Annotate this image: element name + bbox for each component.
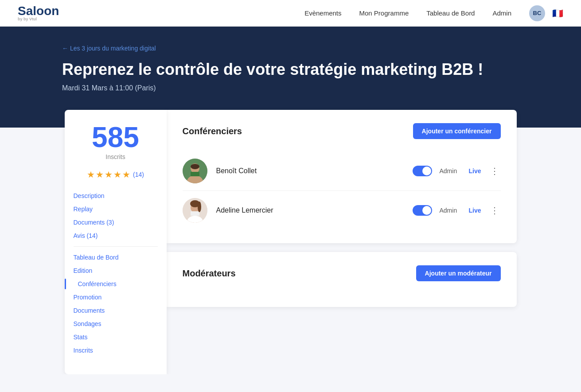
add-conferencier-button[interactable]: Ajouter un conférencier bbox=[413, 123, 501, 139]
svg-point-10 bbox=[198, 202, 201, 212]
inscrit-count: 585 bbox=[74, 123, 158, 151]
sidebar-item-documents2[interactable]: Documents bbox=[74, 305, 158, 316]
logo[interactable]: Saloon by by Vtul bbox=[18, 5, 59, 21]
sidebar-item-tableau[interactable]: Tableau de Bord bbox=[74, 252, 158, 263]
avatar-benoit bbox=[183, 159, 207, 183]
person-name-benoit: Benoît Collet bbox=[216, 167, 413, 175]
language-flag[interactable]: 🇫🇷 bbox=[552, 8, 563, 19]
svg-rect-3 bbox=[191, 172, 199, 176]
live-link-adeline[interactable]: Live bbox=[468, 207, 481, 214]
sidebar-nav-bottom: Tableau de Bord Edition Conférenciers Pr… bbox=[74, 252, 158, 356]
avatar-adeline bbox=[183, 198, 207, 223]
moderateurs-header: Modérateurs Ajouter un modérateur bbox=[183, 265, 501, 281]
star-4: ★ bbox=[113, 169, 121, 180]
sidebar-item-stats[interactable]: Stats bbox=[74, 332, 158, 342]
star-5: ★ bbox=[122, 169, 130, 180]
sidebar-item-avis[interactable]: Avis (14) bbox=[74, 230, 158, 241]
svg-rect-8 bbox=[191, 211, 199, 216]
conferenciers-section: Conférenciers Ajouter un conférencier Be… bbox=[167, 110, 517, 243]
main-nav: Evènements Mon Programme Tableau de Bord… bbox=[304, 9, 511, 17]
live-link-benoit[interactable]: Live bbox=[468, 167, 481, 175]
logo-sub: by by Vtul bbox=[18, 17, 59, 21]
rating-count: (14) bbox=[133, 171, 144, 178]
sidebar-nav-top: Description Replay Documents (3) Avis (1… bbox=[74, 190, 158, 241]
person-name-adeline: Adeline Lemercier bbox=[216, 206, 413, 214]
star-3: ★ bbox=[105, 169, 113, 180]
role-adeline: Admin bbox=[439, 207, 461, 214]
person-actions-benoit: Admin Live ⋮ bbox=[413, 165, 500, 177]
breadcrumb-link[interactable]: Les 3 jours du marketing digital bbox=[62, 45, 156, 52]
add-moderateur-button[interactable]: Ajouter un modérateur bbox=[416, 265, 501, 281]
sidebar-item-sondages[interactable]: Sondages bbox=[74, 318, 158, 329]
header: Saloon by by Vtul Evènements Mon Program… bbox=[0, 0, 581, 27]
page-title: Reprenez le contrôle de votre stratégie … bbox=[62, 60, 519, 79]
moderateurs-title: Modérateurs bbox=[183, 268, 236, 279]
toggle-benoit[interactable] bbox=[413, 166, 432, 176]
moderateurs-section: Modérateurs Ajouter un modérateur bbox=[167, 252, 517, 307]
conferenciers-header: Conférenciers Ajouter un conférencier bbox=[183, 123, 501, 139]
star-1: ★ bbox=[87, 169, 95, 180]
person-row: Adeline Lemercier Admin Live ⋮ bbox=[183, 191, 501, 230]
svg-point-4 bbox=[191, 164, 199, 169]
more-menu-benoit[interactable]: ⋮ bbox=[488, 165, 501, 177]
role-benoit: Admin bbox=[439, 167, 461, 175]
nav-admin[interactable]: Admin bbox=[492, 9, 511, 17]
toggle-adeline[interactable] bbox=[413, 205, 432, 216]
right-panel: Conférenciers Ajouter un conférencier Be… bbox=[167, 110, 517, 374]
header-right: BC 🇫🇷 bbox=[529, 5, 563, 21]
main-content: 585 Inscrits ★ ★ ★ ★ ★ (14) Description … bbox=[47, 110, 534, 374]
sidebar-item-documents[interactable]: Documents (3) bbox=[74, 217, 158, 228]
rating: ★ ★ ★ ★ ★ (14) bbox=[74, 169, 158, 180]
sidebar-item-inscrits[interactable]: Inscrits bbox=[74, 345, 158, 356]
nav-tableau[interactable]: Tableau de Bord bbox=[426, 9, 475, 17]
sidebar-item-conferenciers[interactable]: Conférenciers bbox=[74, 279, 158, 289]
nav-events[interactable]: Evènements bbox=[304, 9, 341, 17]
sidebar: 585 Inscrits ★ ★ ★ ★ ★ (14) Description … bbox=[65, 110, 167, 374]
event-date: Mardi 31 Mars à 11:00 (Paris) bbox=[62, 84, 519, 92]
sidebar-item-promotion[interactable]: Promotion bbox=[74, 292, 158, 303]
person-row: Benoît Collet Admin Live ⋮ bbox=[183, 151, 501, 191]
logo-text: Saloon bbox=[18, 5, 59, 17]
person-actions-adeline: Admin Live ⋮ bbox=[413, 204, 500, 217]
conferenciers-title: Conférenciers bbox=[183, 126, 242, 136]
sidebar-divider bbox=[74, 246, 158, 247]
star-2: ★ bbox=[96, 169, 104, 180]
more-menu-adeline[interactable]: ⋮ bbox=[488, 204, 501, 217]
sidebar-item-replay[interactable]: Replay bbox=[74, 204, 158, 214]
nav-programme[interactable]: Mon Programme bbox=[359, 9, 409, 17]
sidebar-item-description[interactable]: Description bbox=[74, 190, 158, 201]
inscrit-label: Inscrits bbox=[74, 153, 158, 160]
sidebar-item-edition[interactable]: Edition bbox=[74, 265, 158, 276]
user-avatar[interactable]: BC bbox=[529, 5, 545, 21]
